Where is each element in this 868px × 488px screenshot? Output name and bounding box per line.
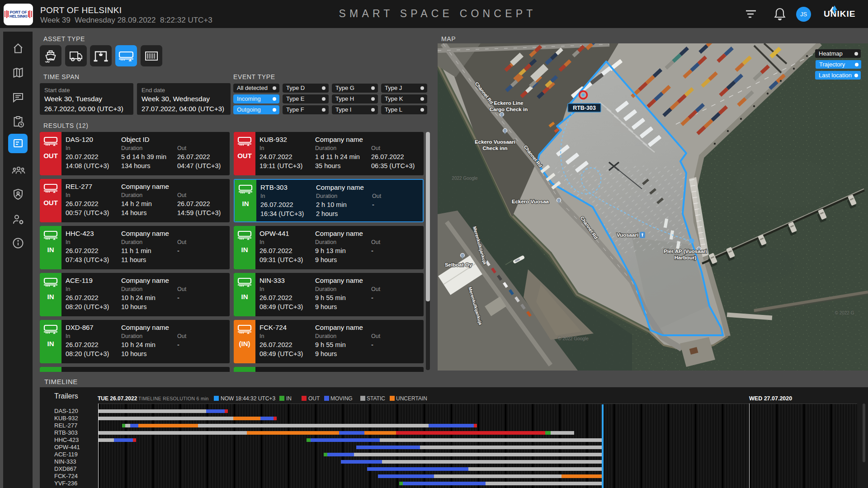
svg-text:Selboat Oy: Selboat Oy <box>445 262 472 267</box>
svg-text:Channel Rd: Channel Rd <box>474 81 494 105</box>
svg-text:Harbour): Harbour) <box>675 255 697 260</box>
svg-text:Eckero Vuosaa: Eckero Vuosaa <box>512 199 549 204</box>
svg-text:Eckero Line: Eckero Line <box>494 100 523 106</box>
svg-text:2022 Google: 2022 Google <box>452 176 478 181</box>
svg-text:Eckero Vuosaari: Eckero Vuosaari <box>475 139 515 145</box>
svg-text:Pier AP (Vuosaari: Pier AP (Vuosaari <box>664 249 707 254</box>
svg-text:Channel Rd: Channel Rd <box>523 144 543 168</box>
svg-text:© 2022 Google: © 2022 Google <box>558 336 589 341</box>
svg-text:Check inn: Check inn <box>483 145 508 151</box>
svg-text:Vuosaari: Vuosaari <box>617 232 638 238</box>
svg-text:Cargo Check in: Cargo Check in <box>490 107 528 112</box>
svg-text:Channel Rd: Channel Rd <box>580 215 599 240</box>
svg-text:Merenkulkijankuja: Merenkulkijankuja <box>467 286 483 326</box>
svg-text:Merenkulkijankuja: Merenkulkijankuja <box>472 226 488 265</box>
svg-text:© 2022 G: © 2022 G <box>835 310 854 315</box>
